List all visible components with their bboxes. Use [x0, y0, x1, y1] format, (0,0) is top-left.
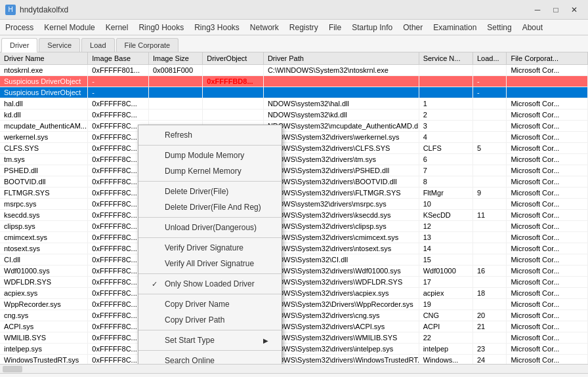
ctx-item-search-online[interactable]: Search Online [138, 353, 282, 364]
cell-4: NDOWS\System32\drivers\ntosext.sys [263, 243, 419, 254]
table-row[interactable]: Suspicious DriverObject-0xFFFFBD8...- [0, 76, 588, 87]
menu-item-process[interactable]: Process [0, 20, 39, 35]
menu-item-kernelmodule[interactable]: Kernel Module [39, 20, 100, 35]
table-row[interactable]: cng.sys0xFFFFF8C...NDOWS\System32\driver… [0, 310, 588, 321]
menu-item-examination[interactable]: Examination [428, 20, 482, 35]
ctx-separator-9 [138, 237, 282, 238]
cell-3 [203, 109, 264, 121]
table-row[interactable]: FLTMGR.SYS0xFFFFF8C...NDOWS\System32\dri… [0, 188, 588, 199]
maximize-button[interactable]: □ [547, 3, 564, 16]
table-row[interactable]: CI.dll0xFFFFF8C...NDOWS\System32\CI.dll1… [0, 254, 588, 266]
table-row[interactable]: CLFS.SYS0xFFFFF8C...NDOWS\System32\drive… [0, 143, 588, 154]
col-header-1: Image Base [88, 52, 149, 65]
tab-0[interactable]: Driver [1, 38, 37, 52]
menu-item-ring0hooks[interactable]: Ring0 Hooks [133, 20, 189, 35]
table-row[interactable]: hal.dll0xFFFFF8C...NDOWS\system32\hal.dl… [0, 98, 588, 109]
cell-5: FltMgr [419, 188, 472, 199]
ctx-item-set-start-type[interactable]: Set Start Type▶ [138, 332, 282, 348]
table-row[interactable]: werkernel.sys0xFFFFF8C...NDOWS\System32\… [0, 132, 588, 143]
cell-6 [472, 109, 506, 121]
table-row[interactable]: ntosext.sys0xFFFFF8C...NDOWS\System32\dr… [0, 243, 588, 254]
menu-item-registry[interactable]: Registry [284, 20, 324, 35]
table-row[interactable]: tm.sys0xFFFFF8C...NDOWS\System32\drivers… [0, 154, 588, 165]
table-row[interactable]: ksecdd.sys0xFFFFF8C...NDOWS\System32\dri… [0, 210, 588, 221]
table-row[interactable]: Wdf01000.sys0xFFFFF8C...NDOWS\System32\d… [0, 266, 588, 277]
ctx-item-refresh[interactable]: Refresh [138, 127, 282, 143]
close-button[interactable]: ✕ [566, 3, 583, 16]
table-row[interactable]: kd.dll0xFFFFF8C...NDOWS\system32\kd.dll2… [0, 109, 588, 121]
col-header-0: Driver Name [0, 52, 88, 65]
cell-0: WDFLDR.SYS [0, 277, 88, 288]
cell-5: 3 [419, 121, 472, 132]
minimize-button[interactable]: ─ [529, 3, 546, 16]
ctx-item-delete-driver(file)[interactable]: Delete Driver(File) [138, 184, 282, 199]
cell-7: Microsoft Cor... [507, 243, 588, 254]
cell-6 [472, 132, 506, 143]
ctx-item-copy-driver-name[interactable]: Copy Driver Name [138, 296, 282, 312]
cell-3: 0xFFFFBD8... [203, 76, 264, 87]
cell-7 [507, 87, 588, 98]
cell-7: Microsoft Cor... [507, 254, 588, 266]
title-bar: H hndytdakolfxd ─ □ ✕ [0, 0, 588, 20]
table-row[interactable]: ACPI.sys0xFFFFF8C...NDOWS\System32\drive… [0, 321, 588, 332]
submenu-arrow-icon: ▶ [263, 337, 268, 344]
tab-3[interactable]: File Corporate [116, 38, 179, 52]
table-row[interactable]: clipsp.sys0xFFFFF8C...NDOWS\System32\dri… [0, 221, 588, 232]
ctx-item-dump-kernel-memory[interactable]: Dump Kernel Memory [138, 163, 282, 179]
cell-0: tm.sys [0, 154, 88, 165]
scroll-thumb[interactable] [3, 366, 22, 372]
table-row[interactable]: PSHED.dll0xFFFFF8C...NDOWS\System32\driv… [0, 165, 588, 176]
table-row[interactable]: WMILIB.SYS0xFFFFF8C...NDOWS\System32\dri… [0, 332, 588, 344]
cell-7: Microsoft Cor... [507, 221, 588, 232]
cell-0: Wdf01000.sys [0, 266, 88, 277]
table-body: ntoskrnl.exe0xFFFFF801...0x0081F000C:\WI… [0, 65, 588, 365]
ctx-item-unload-driver(dangerous)[interactable]: Unload Driver(Dangerous) [138, 220, 282, 235]
table-row[interactable]: acpiex.sys0xFFFFF8C...NDOWS\System32\dri… [0, 288, 588, 299]
cell-5: 17 [419, 277, 472, 288]
ctx-label: Dump Module Memory [165, 151, 244, 160]
tab-2[interactable]: Load [81, 38, 114, 52]
table-row[interactable]: Suspicious DriverObject-- [0, 87, 588, 98]
table-row[interactable]: WppRecorder.sys0xFFFFF8C...NDOWS\System3… [0, 299, 588, 310]
menu-item-kernel[interactable]: Kernel [100, 20, 134, 35]
table-row[interactable]: mcupdate_AuthenticAM...0xFFFFF8C...NDOWS… [0, 121, 588, 132]
table-row[interactable]: msrpc.sys0xFFFFF8C...NDOWS\system32\driv… [0, 199, 588, 210]
menu-item-about[interactable]: About [517, 20, 548, 35]
table-row[interactable]: cmimcext.sys0xFFFFF8C...NDOWS\System32\d… [0, 232, 588, 243]
menu-item-startupinfo[interactable]: Startup Info [346, 20, 398, 35]
ctx-item-verify-driver-signature[interactable]: Verify Driver Signature [138, 240, 282, 256]
ctx-item-verify-all-driver-signatrue[interactable]: Verify All Driver Signatrue [138, 256, 282, 271]
cell-4: NDOWS\System32\drivers\cmimcext.sys [263, 232, 419, 243]
window-title: hndytdakolfxd [20, 5, 68, 14]
cell-4: NDOWS\System32\drivers\PSHED.dll [263, 165, 419, 176]
table-row[interactable]: intelpep.sys0xFFFFF8C...NDOWS\System32\d… [0, 344, 588, 355]
cell-1: 0xFFFFF8C... [88, 98, 149, 109]
tab-1[interactable]: Service [39, 38, 80, 52]
cell-5: KSecDD [419, 210, 472, 221]
menu-item-network[interactable]: Network [245, 20, 284, 35]
cell-4: NDOWS\System32\Drivers\WppRecorder.sys [263, 299, 419, 310]
horizontal-scrollbar[interactable] [0, 364, 588, 373]
cell-7: Microsoft Cor... [507, 143, 588, 154]
cell-0: WppRecorder.sys [0, 299, 88, 310]
table-row[interactable]: ntoskrnl.exe0xFFFFF801...0x0081F000C:\WI… [0, 65, 588, 76]
ctx-label: Only Show Loaded Driver [165, 279, 255, 288]
table-row[interactable]: WDFLDR.SYS0xFFFFF8C...NDOWS\System32\dri… [0, 277, 588, 288]
menu-item-ring3hooks[interactable]: Ring3 Hooks [189, 20, 245, 35]
table-row[interactable]: BOOTVID.dll0xFFFFF8C...NDOWS\System32\dr… [0, 176, 588, 188]
ctx-label: Set Start Type [165, 336, 215, 345]
cell-5: 13 [419, 232, 472, 243]
ctx-item-copy-driver-path[interactable]: Copy Driver Path [138, 312, 282, 328]
table-row[interactable]: WindowsTrustedRT.sys0xFFFFF8C...NDOWS\Sy… [0, 355, 588, 365]
menu-item-other[interactable]: Other [398, 20, 428, 35]
cell-7: Microsoft Cor... [507, 210, 588, 221]
cell-0: ksecdd.sys [0, 210, 88, 221]
menu-item-file[interactable]: File [324, 20, 346, 35]
cell-1: 0xFFFFF801... [88, 65, 149, 76]
cell-4 [263, 87, 419, 98]
cell-7: Microsoft Cor... [507, 321, 588, 332]
ctx-item-only-show-loaded-driver[interactable]: Only Show Loaded Driver [138, 276, 282, 292]
ctx-item-dump-module-memory[interactable]: Dump Module Memory [138, 148, 282, 163]
menu-item-setting[interactable]: Setting [482, 20, 516, 35]
ctx-item-delete-driver(file-and-reg)[interactable]: Delete Driver(File And Reg) [138, 199, 282, 215]
